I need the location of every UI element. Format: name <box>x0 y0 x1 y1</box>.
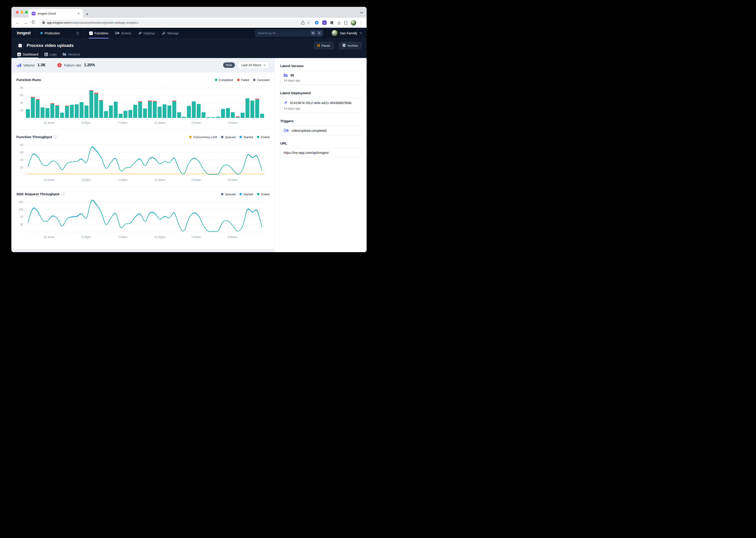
address-bar[interactable]: app.inngest.com/env/production/functions… <box>39 19 312 26</box>
function-runs-section: Function Runs CompletedFailedCanceled 20… <box>11 72 274 129</box>
nav-link-functions[interactable]: ‹› Functions <box>86 28 111 38</box>
url-value: https://my-app.com/api/inngest <box>284 151 328 154</box>
triggers-heading: Triggers <box>280 119 361 123</box>
share-icon[interactable] <box>301 21 305 25</box>
legend-item: Canceled <box>253 78 269 82</box>
extensions-puzzle-icon[interactable] <box>330 21 334 25</box>
chart-title: Function Runs <box>16 78 41 82</box>
search-input[interactable] <box>258 31 309 35</box>
tab-title: Inngest Cloud <box>37 12 74 15</box>
environment-selector[interactable]: Production <box>36 28 83 38</box>
svg-text:3:30pm: 3:30pm <box>81 236 91 239</box>
stats-bar: Volume 1.3K ✕ Failure rate 1.20% Beta La… <box>11 58 274 72</box>
download-icon[interactable] <box>337 21 341 25</box>
user-name: Dan Farrelly <box>340 31 357 35</box>
svg-text:7:30pm: 7:30pm <box>118 179 127 182</box>
svg-text:11:30pm: 11:30pm <box>155 236 165 239</box>
back-button-icon[interactable]: ← <box>15 21 21 25</box>
legend-item: Failed <box>237 78 249 82</box>
maximize-window-button[interactable] <box>25 11 28 14</box>
legend-item: Completed <box>215 78 233 82</box>
rocket-icon <box>138 31 142 35</box>
browser-profile-avatar[interactable] <box>351 20 356 26</box>
time-range-select[interactable]: Last 24 Hours <box>238 61 269 69</box>
latest-version-section: Latest Version 39 14 days ago <box>280 64 361 85</box>
tab-close-icon[interactable]: ✕ <box>76 11 81 16</box>
search-box[interactable]: ⌘ K <box>255 29 323 37</box>
svg-text:80: 80 <box>20 143 23 146</box>
browser-menu-icon[interactable]: ⋮ <box>359 21 363 25</box>
latest-version-card[interactable]: 39 14 days ago <box>280 71 361 85</box>
tab-search-chevron-icon[interactable] <box>360 11 363 15</box>
chart-title: Function Throughputi <box>16 135 58 139</box>
reading-list-icon[interactable] <box>344 21 347 25</box>
legend-dot-icon <box>253 79 256 81</box>
pause-button[interactable]: Pause <box>314 42 333 49</box>
info-icon[interactable]: i <box>61 192 65 196</box>
svg-text:3:30am: 3:30am <box>192 236 201 239</box>
legend-dot-icon <box>240 136 242 138</box>
page-tabs: Dashboard Logs Versions <box>17 51 361 58</box>
trigger-value: video/upload.completed <box>292 129 326 133</box>
minimize-window-button[interactable] <box>21 11 23 14</box>
latest-deployment-card[interactable]: 5141387e-35c2-4efe-a421-4843b86258dc 14 … <box>280 98 361 113</box>
url-heading: URL <box>280 141 361 145</box>
tab-versions[interactable]: Versions <box>63 51 80 58</box>
search-area: ⌘ K <box>255 28 327 38</box>
logs-terminal-icon <box>44 53 48 56</box>
nav-link-manage[interactable]: Manage <box>159 28 182 38</box>
info-icon[interactable]: i <box>54 135 58 139</box>
nav-link-events[interactable]: Events <box>112 28 134 38</box>
forward-button-icon[interactable]: → <box>22 21 29 25</box>
trigger-card[interactable]: video/upload.completed <box>280 126 361 135</box>
sdk-throughput-chart[interactable]: 357010514011:30am3:30pm7:30pm11:30pm3:30… <box>16 198 269 243</box>
svg-text:9:00am: 9:00am <box>228 179 237 182</box>
environment-name: Production <box>45 31 74 35</box>
tab-logs[interactable]: Logs <box>44 51 57 58</box>
latest-deployment-heading: Latest Deployment <box>280 91 361 95</box>
bookmark-star-icon[interactable]: ☆ <box>307 20 310 25</box>
svg-text:140: 140 <box>19 200 23 204</box>
new-tab-button[interactable]: + <box>86 12 88 16</box>
browser-tabstrip: Inngest Cloud ✕ + <box>11 7 367 18</box>
browser-tab[interactable]: Inngest Cloud ✕ <box>28 9 83 18</box>
svg-text:11:30am: 11:30am <box>44 236 55 239</box>
browser-toolbar: ← → app.inngest.com/env/production/funct… <box>11 18 367 28</box>
svg-text:3:30pm: 3:30pm <box>81 121 91 125</box>
svg-text:35: 35 <box>20 223 23 226</box>
chevron-down-icon <box>359 32 362 34</box>
close-window-button[interactable] <box>16 11 19 14</box>
purple-extension-icon[interactable]: ◍ <box>322 21 327 25</box>
sdk-throughput-section: SDK Request Throughputi QueuedStartedEnd… <box>11 187 274 243</box>
next-section-peek <box>11 249 274 252</box>
url-host: app.inngest.com <box>47 21 70 25</box>
tab-dashboard[interactable]: Dashboard <box>17 51 38 58</box>
svg-text:7:30pm: 7:30pm <box>118 121 127 125</box>
function-runs-chart[interactable]: 2040608011:30am3:30pm7:30pm11:30pm3:30am… <box>16 84 269 129</box>
extension-icons: ◍ ⋮ <box>314 20 363 26</box>
user-menu[interactable]: Dan Farrelly <box>327 28 367 38</box>
updown-chevron-icon <box>76 31 79 35</box>
legend-item: Started <box>240 192 253 196</box>
url-card[interactable]: https://my-app.com/api/inngest <box>280 148 361 157</box>
svg-text:60: 60 <box>20 151 23 154</box>
svg-text:80: 80 <box>20 86 23 89</box>
latest-version-age: 14 days ago <box>284 79 358 82</box>
latest-version-value: 39 <box>290 74 294 77</box>
svg-text:7:30pm: 7:30pm <box>118 236 127 239</box>
pause-icon <box>317 44 319 47</box>
url-path: /env/production/functions/growth-webapp-… <box>70 21 138 25</box>
user-avatar <box>332 30 338 36</box>
nav-link-deploys[interactable]: Deploys <box>135 28 158 38</box>
reload-button-icon[interactable] <box>30 20 36 25</box>
legend-item: Started <box>240 135 253 139</box>
onepassword-extension-icon[interactable] <box>314 21 319 25</box>
archive-button[interactable]: Archive <box>339 42 361 49</box>
volume-value: 1.3K <box>37 63 46 67</box>
failure-icon: ✕ <box>57 63 62 67</box>
svg-text:9:00am: 9:00am <box>228 236 237 239</box>
function-icon: ‹› <box>17 42 24 49</box>
inngest-logo[interactable]: inngest <box>11 28 36 38</box>
legend-dot-icon <box>240 193 242 195</box>
function-throughput-chart[interactable]: 2040608011:30am3:30pm7:30pm11:30pm3:30am… <box>16 141 269 187</box>
